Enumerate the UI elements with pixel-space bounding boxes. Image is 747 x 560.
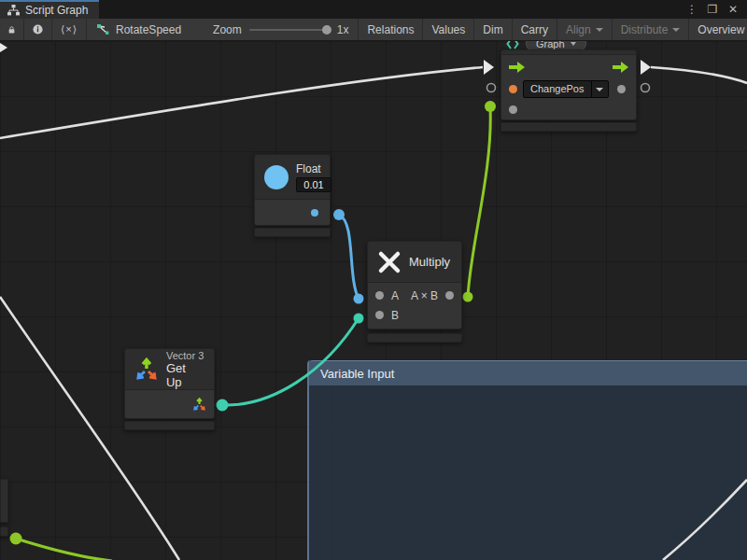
dim-toggle[interactable]: Dim [474,19,512,40]
wire-green-multiply-to-graph [468,107,490,297]
graph-canvas[interactable]: Variable Input [0,41,747,560]
lock-button[interactable] [0,19,24,40]
control-port-triangle-edge [0,43,7,52]
float-node-title: Float [296,162,321,175]
distribute-dropdown[interactable]: Distribute [613,19,690,40]
group-body [309,385,747,560]
overview-label: Overview [698,23,744,36]
code-angle-icon: ⟨×⟩ [61,23,78,35]
multiply-port-out-label: A × B [411,289,438,302]
variable-select-button[interactable] [591,81,608,97]
zoom-slider[interactable] [249,29,330,31]
align-label: Align [566,23,591,36]
graph-toolbar: ⟨×⟩ RotateSpeed Zoom 1x Relations Values… [0,19,747,41]
endpoint-teal-vector[interactable] [217,399,229,412]
wire-white-out [651,67,747,83]
graph-breadcrumb-icon [96,23,110,35]
variable-select[interactable]: ChangePos [523,80,609,98]
float-value-input[interactable]: 0.01 [296,177,331,192]
control-port-triangle-in[interactable] [484,60,494,75]
overview-button[interactable]: Overview [689,19,747,40]
tab-bar: Script Graph ⋮ ❐ ✕ [0,0,747,19]
float-icon [264,165,289,189]
relations-label: Relations [367,23,414,36]
offscreen-node-partial[interactable] [0,479,8,523]
multiply-icon [377,250,402,274]
align-dropdown[interactable]: Align [557,19,613,40]
zoom-label: Zoom [213,23,242,36]
hollow-port-left[interactable] [487,84,496,92]
script-graph-icon [7,5,20,16]
window-menu-icon[interactable]: ⋮ [684,3,700,16]
endpoint-green-graph[interactable] [485,101,496,112]
value-output-port[interactable] [617,85,626,93]
control-output-arrow-icon[interactable] [613,62,628,73]
vector3-icon [134,357,159,382]
breadcrumb-label: RotateSpeed [116,23,181,36]
vector3-node[interactable]: Vector 3 Get Up [124,348,215,419]
float-output-port[interactable] [311,209,318,217]
multiply-port-a[interactable] [375,291,384,300]
float-node[interactable]: Float 0.01 [254,154,331,226]
graph-node-footer [500,122,637,132]
graph-breadcrumb[interactable]: RotateSpeed [87,19,190,40]
relations-toggle[interactable]: Relations [359,19,423,40]
endpoint-green-bottom[interactable] [10,533,22,545]
multiply-port-b[interactable] [375,311,384,319]
window-controls: ⋮ ❐ ✕ [684,0,747,19]
endpoint-green-multiply-out[interactable] [463,292,473,302]
offscreen-node-footer [0,526,8,537]
float-node-footer [254,228,331,237]
multiply-node-footer [367,333,462,343]
chevron-down-icon [672,28,680,32]
close-icon[interactable]: ✕ [725,3,741,16]
maximize-icon[interactable]: ❐ [704,3,721,16]
graph-dropdown-label: Graph [536,41,565,49]
tab-title: Script Graph [25,4,88,17]
values-toggle[interactable]: Values [423,19,474,40]
values-label: Values [431,23,465,36]
hollow-port-right[interactable] [641,84,650,92]
graph-unit-node[interactable]: ChangePos [500,49,637,120]
vector3-node-title: Get Up [166,361,204,389]
variable-port-orange[interactable] [509,85,517,93]
carry-label: Carry [521,23,548,36]
endpoint-blue-multiply-a[interactable] [354,294,364,304]
wire-white-in [0,67,483,138]
chevron-down-icon [596,88,603,91]
lock-icon [8,24,15,35]
multiply-node[interactable]: Multiply A A × B B [367,241,462,329]
vector3-output-port-icon[interactable] [192,398,206,412]
vector3-node-footer [124,421,215,430]
endpoint-teal-multiply-b[interactable] [354,314,364,324]
multiply-node-title: Multiply [409,255,450,269]
control-input-arrow-icon[interactable] [509,62,525,73]
multiply-port-a-label: A [391,289,399,302]
multiply-port-b-label: B [391,309,399,322]
control-port-triangle-out[interactable] [641,60,651,75]
chevron-down-icon [596,28,603,32]
script-graph-window: Script Graph ⋮ ❐ ✕ ⟨×⟩ [0,0,747,560]
wire-blue-float-to-multiply [339,215,359,299]
multiply-port-out[interactable] [445,291,454,300]
wire-green-bottom-left [16,539,112,560]
code-preview-button[interactable]: ⟨×⟩ [52,19,87,40]
group-header[interactable]: Variable Input [309,360,747,385]
dim-label: Dim [483,23,502,36]
variable-select-value: ChangePos [524,81,591,97]
chevron-down-icon [571,42,576,46]
distribute-label: Distribute [621,23,669,36]
variable-input-group[interactable]: Variable Input [307,360,747,560]
endpoint-blue-float[interactable] [333,209,345,220]
group-title: Variable Input [320,367,394,381]
zoom-value: 1x [337,23,349,36]
zoom-slider-handle[interactable] [322,25,331,35]
value-input-port[interactable] [509,105,517,114]
info-icon [33,23,43,35]
carry-toggle[interactable]: Carry [513,19,557,40]
tab-script-graph[interactable]: Script Graph [0,0,99,19]
info-button[interactable] [24,19,52,40]
graph-unit-icon [506,41,519,49]
vector3-node-type: Vector 3 [166,350,204,361]
zoom-control: Zoom 1x [204,19,359,40]
